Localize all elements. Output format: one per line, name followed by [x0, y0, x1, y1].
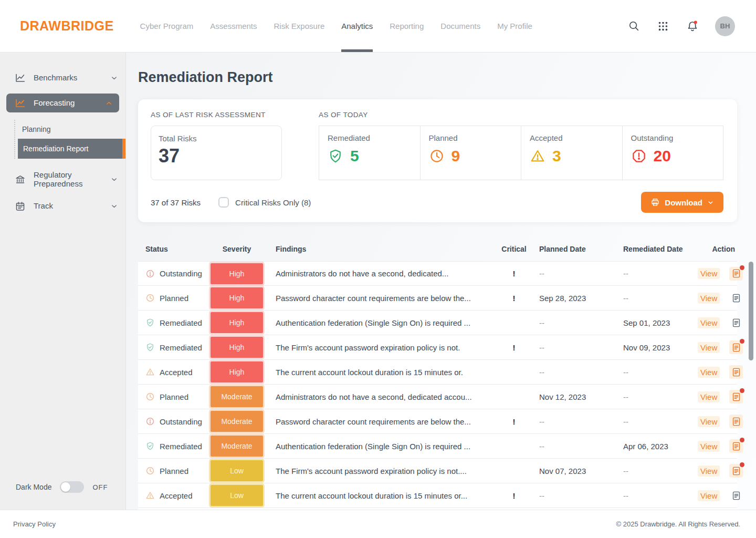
view-link[interactable]: View — [698, 342, 720, 353]
status-cell: Accepted — [138, 367, 206, 377]
total-risks-card: Total Risks 37 — [151, 126, 282, 180]
nav-assessments[interactable]: Assessments — [210, 0, 257, 52]
document-icon[interactable] — [729, 316, 743, 329]
document-icon[interactable] — [729, 365, 743, 379]
sidebar-item-label: Benchmarks — [34, 73, 110, 82]
nav-risk-exposure[interactable]: Risk Exposure — [274, 0, 325, 52]
scrollbar-thumb[interactable] — [749, 262, 753, 360]
view-link[interactable]: View — [698, 367, 720, 378]
remediated-date: -- — [614, 392, 698, 401]
view-link[interactable]: View — [698, 441, 720, 452]
table-row-partial — [138, 508, 737, 510]
search-icon[interactable] — [627, 19, 640, 33]
sidebar-item-remediation-report[interactable]: Remediation Report — [18, 139, 125, 159]
view-link[interactable]: View — [698, 317, 720, 328]
col-planned-date: Planned Date — [530, 245, 614, 253]
severity-badge: Low — [211, 460, 263, 481]
nav-reporting[interactable]: Reporting — [390, 0, 424, 52]
user-avatar[interactable]: BH — [715, 16, 735, 36]
dark-mode-toggle[interactable] — [60, 481, 84, 493]
status-label: Planned — [160, 392, 188, 401]
action-cell: View — [698, 464, 744, 478]
chevron-down-icon — [110, 202, 118, 210]
document-icon[interactable] — [729, 439, 743, 453]
clock-icon — [145, 392, 155, 401]
notifications-bell-icon[interactable] — [686, 19, 699, 33]
nav-my-profile[interactable]: My Profile — [497, 0, 532, 52]
critical-marker: ! — [498, 491, 530, 500]
document-icon[interactable] — [729, 415, 743, 428]
finding-text: Authentication federation (Single Sign O… — [267, 318, 498, 327]
document-icon[interactable] — [729, 464, 743, 478]
critical-marker: ! — [498, 417, 530, 426]
planned-date: -- — [530, 368, 614, 377]
view-link[interactable]: View — [698, 268, 720, 279]
status-label: Outstanding — [160, 269, 202, 278]
notification-dot — [740, 388, 744, 393]
col-status: Status — [138, 245, 206, 253]
finding-text: Authentication federation (Single Sign O… — [267, 442, 498, 451]
sidebar-item-regulatory-preparedness[interactable]: Regulatory Preparedness — [0, 164, 125, 194]
col-severity: Severity — [206, 245, 267, 253]
stat-label: Remediated — [328, 133, 420, 142]
severity-cell: High — [206, 263, 267, 284]
table-row: Accepted High The current account lockou… — [138, 360, 737, 385]
view-link[interactable]: View — [698, 391, 720, 402]
chevron-down-icon — [707, 199, 714, 206]
table-row: Accepted Low The current account lockout… — [138, 483, 737, 508]
page-title: Remediation Report — [138, 69, 737, 86]
notification-dot — [740, 265, 744, 270]
status-label: Remediated — [160, 442, 202, 451]
view-link[interactable]: View — [698, 416, 720, 427]
sidebar-item-forecasting[interactable]: Forecasting — [6, 94, 119, 112]
table-row: Planned Low The Firm's account password … — [138, 459, 737, 483]
sidebar-item-planning[interactable]: Planning — [15, 120, 125, 139]
today-stats-row: Remediated 5 Planned — [319, 126, 723, 180]
document-icon[interactable] — [729, 267, 743, 281]
stat-value: 9 — [452, 147, 460, 165]
nav-cyber-program[interactable]: Cyber Program — [140, 0, 194, 52]
nav-documents[interactable]: Documents — [440, 0, 480, 52]
sidebar-item-benchmarks[interactable]: Benchmarks — [0, 66, 125, 89]
planned-date: -- — [530, 269, 614, 278]
view-link[interactable]: View — [698, 490, 720, 501]
action-cell: View — [698, 439, 744, 453]
apps-grid-icon[interactable] — [656, 19, 670, 33]
stat-outstanding: Outstanding 20 — [622, 126, 723, 180]
view-link[interactable]: View — [698, 465, 720, 477]
status-cell: Planned — [138, 392, 206, 401]
critical-marker: ! — [498, 343, 530, 352]
document-icon[interactable] — [729, 340, 743, 354]
stat-value: 5 — [350, 147, 359, 165]
table-row: Remediated High The Firm's account passw… — [138, 335, 737, 360]
status-label: Outstanding — [160, 417, 202, 426]
table-header: Status Severity Findings Critical Planne… — [138, 237, 737, 261]
nav-analytics[interactable]: Analytics — [341, 0, 373, 52]
download-button[interactable]: Download — [641, 192, 723, 213]
document-icon[interactable] — [729, 390, 743, 404]
status-cell: Planned — [138, 466, 206, 475]
status-label: Accepted — [160, 368, 193, 377]
col-action: Action — [698, 245, 737, 253]
status-label: Remediated — [160, 343, 202, 352]
remediated-date: -- — [614, 467, 698, 475]
main-nav: Cyber Program Assessments Risk Exposure … — [140, 0, 532, 52]
view-link[interactable]: View — [698, 293, 720, 304]
warning-triangle-icon — [145, 491, 155, 500]
table-row: Remediated Moderate Authentication feder… — [138, 434, 737, 459]
remediated-date: -- — [614, 294, 698, 303]
sidebar-item-label: Track — [34, 201, 110, 210]
critical-risks-checkbox[interactable] — [218, 197, 229, 208]
critical-marker: ! — [498, 294, 530, 303]
document-icon[interactable] — [729, 291, 743, 305]
action-cell: View — [698, 365, 744, 379]
notification-dot — [740, 462, 744, 467]
severity-badge: High — [211, 361, 263, 382]
sidebar-item-track[interactable]: Track — [0, 194, 125, 218]
planned-date: -- — [530, 417, 614, 426]
severity-badge: High — [211, 287, 263, 308]
privacy-policy-link[interactable]: Privacy Policy — [13, 520, 56, 528]
severity-cell: Low — [206, 460, 267, 481]
stat-value: 3 — [552, 147, 561, 165]
document-icon[interactable] — [729, 489, 743, 502]
